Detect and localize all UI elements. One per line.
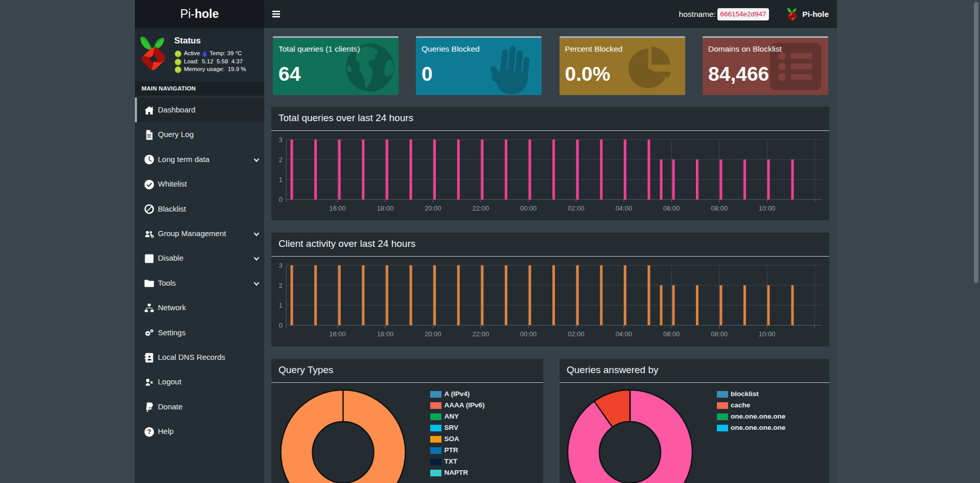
svg-text:18:00: 18:00 <box>377 204 394 212</box>
svg-text:0: 0 <box>279 196 283 203</box>
svg-text:2: 2 <box>279 156 283 164</box>
svg-text:20:00: 20:00 <box>425 204 441 212</box>
svg-text:06:00: 06:00 <box>663 204 680 212</box>
svg-text:22:00: 22:00 <box>472 204 489 212</box>
svg-text:22:00: 22:00 <box>472 330 489 338</box>
svg-text:0: 0 <box>279 321 283 329</box>
svg-text:?: ? <box>147 428 151 435</box>
svg-text:08:00: 08:00 <box>711 330 728 338</box>
svg-text:10:00: 10:00 <box>759 330 776 338</box>
svg-text:3: 3 <box>279 262 283 269</box>
svg-text:04:00: 04:00 <box>616 204 633 212</box>
svg-text:16:00: 16:00 <box>329 204 346 212</box>
svg-text:3: 3 <box>279 136 283 144</box>
svg-text:2: 2 <box>279 282 283 289</box>
svg-text:16:00: 16:00 <box>329 330 346 338</box>
svg-text:04:00: 04:00 <box>616 330 633 338</box>
svg-text:10:00: 10:00 <box>759 204 776 212</box>
svg-text:18:00: 18:00 <box>377 330 394 338</box>
svg-text:00:00: 00:00 <box>520 330 537 338</box>
svg-text:02:00: 02:00 <box>568 330 585 338</box>
svg-text:00:00: 00:00 <box>520 204 537 212</box>
svg-text:08:00: 08:00 <box>711 204 728 212</box>
svg-text:1: 1 <box>279 176 283 183</box>
svg-text:1: 1 <box>279 302 283 309</box>
svg-text:06:00: 06:00 <box>663 330 680 338</box>
svg-text:20:00: 20:00 <box>425 330 441 338</box>
svg-text:02:00: 02:00 <box>568 204 585 212</box>
